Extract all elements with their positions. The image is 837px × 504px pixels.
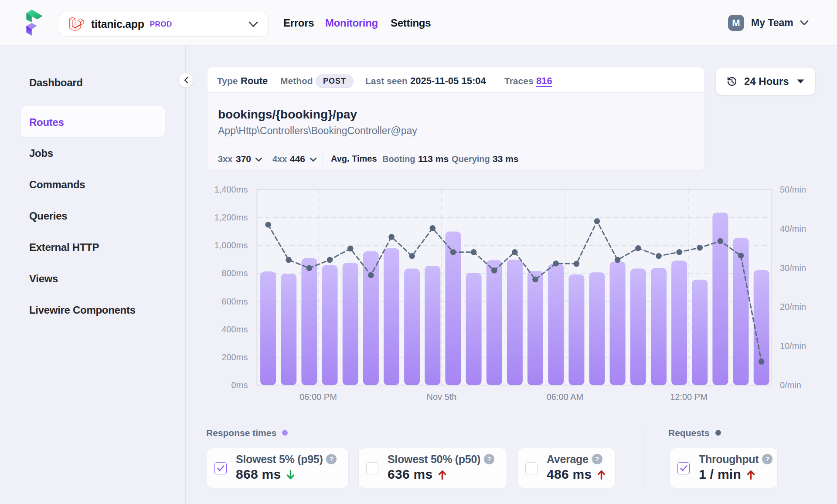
svg-text:200ms: 200ms: [221, 352, 248, 362]
svg-text:1,200ms: 1,200ms: [214, 213, 248, 222]
svg-text:400ms: 400ms: [221, 325, 248, 334]
svg-text:0/min: 0/min: [780, 380, 801, 390]
svg-text:06:00 PM: 06:00 PM: [299, 392, 337, 402]
svg-text:40/min: 40/min: [780, 224, 806, 233]
svg-text:800ms: 800ms: [221, 268, 248, 278]
svg-text:20/min: 20/min: [780, 302, 806, 311]
svg-text:1,400ms: 1,400ms: [214, 185, 248, 194]
svg-text:12:00 PM: 12:00 PM: [670, 392, 708, 402]
svg-text:Nov 5th: Nov 5th: [427, 392, 457, 402]
svg-text:600ms: 600ms: [221, 297, 248, 306]
svg-text:1,000ms: 1,000ms: [214, 240, 248, 250]
svg-text:06:00 AM: 06:00 AM: [547, 392, 584, 402]
svg-text:30/min: 30/min: [780, 263, 806, 273]
svg-text:0ms: 0ms: [231, 380, 248, 390]
svg-text:10/min: 10/min: [780, 341, 806, 351]
svg-text:50/min: 50/min: [780, 185, 806, 194]
